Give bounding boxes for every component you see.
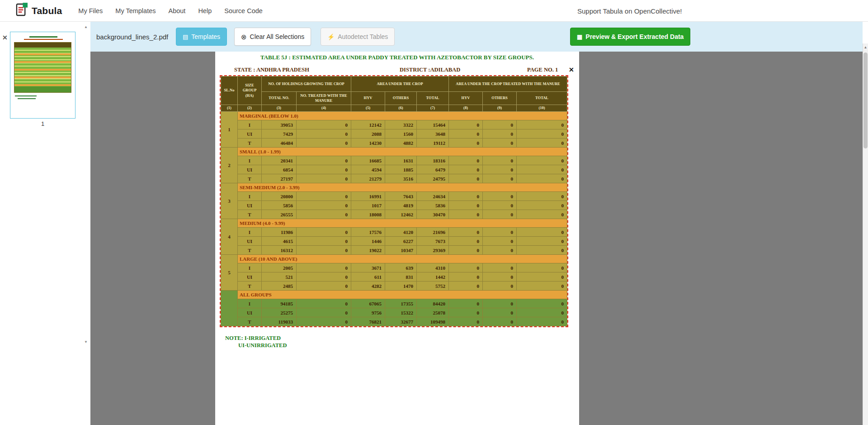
clear-all-selections-button[interactable]: ⊗ Clear All Selections <box>234 28 311 46</box>
templates-button[interactable]: ▤ Templates <box>176 28 227 46</box>
sidebar-scrollbar[interactable]: ▲ ▼ <box>83 24 89 345</box>
value-cell: 0 <box>449 192 483 201</box>
value-cell: 0 <box>297 282 351 291</box>
value-cell: 19112 <box>417 138 449 148</box>
value-cell: 7673 <box>417 237 449 246</box>
value-cell: 0 <box>449 272 483 282</box>
col-number: (6) <box>385 105 417 112</box>
table-row: I20800016991764324634000 <box>221 192 567 201</box>
value-cell: 0 <box>449 282 483 291</box>
size-group-cell: T <box>238 317 262 326</box>
size-group-cell: I <box>238 299 262 308</box>
value-cell: 0 <box>517 246 567 255</box>
clear-button-label: Clear All Selections <box>250 33 305 40</box>
value-cell: 0 <box>297 317 351 326</box>
value-cell: 20800 <box>262 192 297 201</box>
nav-item-help[interactable]: Help <box>192 1 218 21</box>
value-cell: 0 <box>483 317 517 326</box>
value-cell: 0 <box>297 228 351 237</box>
table-row: I2005036716394310000 <box>221 263 567 272</box>
value-cell: 26555 <box>262 210 297 219</box>
value-cell: 831 <box>385 272 417 282</box>
value-cell: 21279 <box>351 174 385 183</box>
value-cell: 0 <box>517 174 567 183</box>
state-label: STATE : ANDHRA PRADESH <box>234 67 309 73</box>
table-header: SL.No SIZE GROUP (HA) NO. OF HOLDINGS GR… <box>221 76 567 112</box>
table-row: T27197021279351624795000 <box>221 174 567 183</box>
group-band-row: 3SEMI-MEDIUM (2.0 - 3.99) <box>221 183 567 192</box>
scroll-up-icon[interactable]: ▲ <box>83 24 89 30</box>
value-cell: 16685 <box>351 156 385 165</box>
table-row: T11903307682132677109498000 <box>221 317 567 326</box>
page-sidebar: ✕ 1 ▲ ▼ <box>0 22 90 425</box>
page-thumbnail[interactable] <box>10 32 75 119</box>
value-cell: 9756 <box>351 308 385 317</box>
nav-item-source-code[interactable]: Source Code <box>218 1 269 21</box>
navbar: Tabula My Files My Templates About Help … <box>0 0 868 22</box>
value-cell: 3671 <box>351 263 385 272</box>
value-cell: 17355 <box>385 299 417 308</box>
window-scrollbar[interactable]: ▲ ▼ <box>863 43 868 425</box>
value-cell: 67065 <box>351 299 385 308</box>
value-cell: 639 <box>385 263 417 272</box>
size-group-cell: I <box>238 228 262 237</box>
value-cell: 0 <box>297 174 351 183</box>
value-cell: 0 <box>449 120 483 129</box>
value-cell: 5752 <box>417 282 449 291</box>
header-cell-area: AREA UNDER THE CROP <box>351 76 449 92</box>
value-cell: 0 <box>517 138 567 148</box>
value-cell: 0 <box>297 156 351 165</box>
pdf-note-1: NOTE: I-IRRIGATED <box>225 335 281 342</box>
size-group-cell: UI <box>238 237 262 246</box>
district-value: ADILABAD <box>430 67 461 73</box>
value-cell: 0 <box>449 156 483 165</box>
col-number: (8) <box>449 105 483 112</box>
value-cell: 0 <box>297 210 351 219</box>
value-cell: 30470 <box>417 210 449 219</box>
preview-export-button[interactable]: ▦ Preview & Export Extracted Data <box>570 28 690 46</box>
table-row: I941850670651735584420000 <box>221 299 567 308</box>
scrollbar-thumb[interactable] <box>863 53 868 148</box>
remove-page-icon[interactable]: ✕ <box>2 34 8 41</box>
nav-item-about[interactable]: About <box>162 1 192 21</box>
pdf-page[interactable]: TABLE 5J : ESTIMATED AREA UNDER PADDY TR… <box>215 52 579 425</box>
tabula-brand[interactable]: Tabula <box>16 3 62 19</box>
value-cell: 3322 <box>385 120 417 129</box>
value-cell: 0 <box>449 129 483 138</box>
size-group-cell: T <box>238 246 262 255</box>
scroll-up-icon[interactable]: ▲ <box>863 44 868 51</box>
header-cell: HYV <box>351 92 385 105</box>
state-value: ANDHRA PRADESH <box>256 67 309 73</box>
group-band-row: 2SMALL (1.0 - 1.99) <box>221 148 567 156</box>
table-row: UI25275097561532225078000 <box>221 308 567 317</box>
value-cell: 0 <box>483 272 517 282</box>
size-group-cell: UI <box>238 129 262 138</box>
value-cell: 18316 <box>417 156 449 165</box>
scroll-down-icon[interactable]: ▼ <box>83 339 89 345</box>
nav-item-my-templates[interactable]: My Templates <box>109 1 162 21</box>
export-button-label: Preview & Export Extracted Data <box>585 33 684 40</box>
value-cell: 16312 <box>262 246 297 255</box>
value-cell: 4120 <box>385 228 417 237</box>
selection-close-icon[interactable]: ✕ <box>569 66 574 73</box>
value-cell: 0 <box>517 201 567 210</box>
sl-no-cell: 2 <box>221 148 238 183</box>
value-cell: 0 <box>517 237 567 246</box>
value-cell: 0 <box>483 120 517 129</box>
table-selection-region[interactable]: SL.No SIZE GROUP (HA) NO. OF HOLDINGS GR… <box>220 75 568 327</box>
value-cell: 11986 <box>262 228 297 237</box>
value-cell: 0 <box>449 228 483 237</box>
autodetect-tables-button[interactable]: ⚡ Autodetect Tables <box>321 28 395 46</box>
value-cell: 76821 <box>351 317 385 326</box>
value-cell: 6479 <box>417 165 449 174</box>
value-cell: 0 <box>483 246 517 255</box>
support-link[interactable]: Support Tabula on OpenCollective! <box>577 0 682 22</box>
value-cell: 10347 <box>385 246 417 255</box>
value-cell: 4615 <box>262 237 297 246</box>
nav-item-my-files[interactable]: My Files <box>72 1 109 21</box>
value-cell: 0 <box>449 165 483 174</box>
value-cell: 27197 <box>262 174 297 183</box>
table-row: T24850428214705752000 <box>221 282 567 291</box>
page-number-label: 1 <box>10 120 75 127</box>
header-cell: OTHERS <box>385 92 417 105</box>
